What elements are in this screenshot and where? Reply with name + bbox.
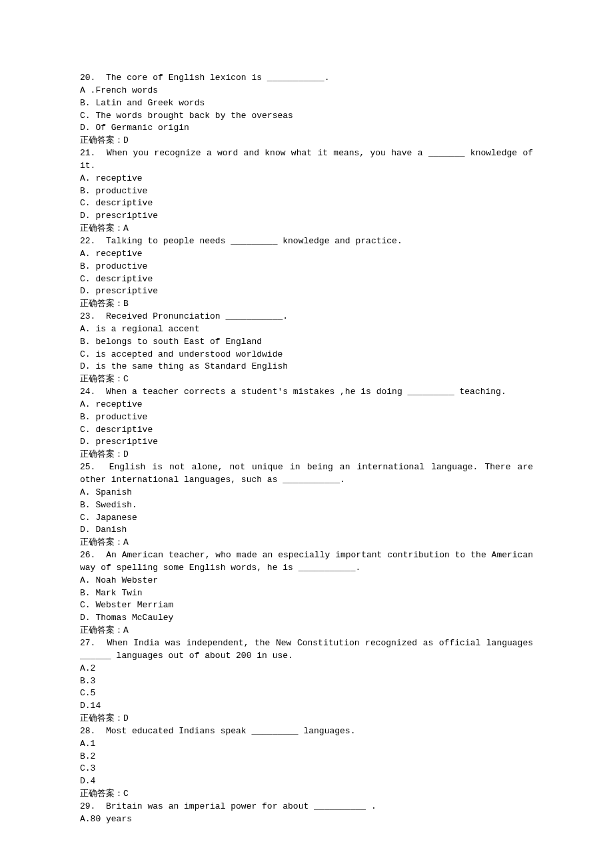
answer-option: D.4 [80, 775, 533, 788]
question-number: 26. [80, 550, 95, 560]
question-body: Most educated Indians speak _________ la… [106, 726, 355, 736]
answer-option: B. Mark Twin [80, 587, 533, 600]
question-block: 26. An American teacher, who made an esp… [80, 549, 533, 637]
question-body: Britain was an imperial power for about … [106, 801, 376, 811]
answer-option: B. productive [80, 185, 533, 198]
answer-option: C. descriptive [80, 273, 533, 286]
answer-option: A. receptive [80, 173, 533, 185]
correct-answer: 正确答案：C [80, 788, 533, 801]
question-body: When a teacher corrects a student's mist… [106, 387, 506, 397]
answer-option: C.3 [80, 763, 533, 775]
question-text: 25. English is not alone, not unique in … [80, 461, 533, 487]
answer-option: D. is the same thing as Standard English [80, 361, 533, 373]
question-block: 25. English is not alone, not unique in … [80, 461, 533, 549]
answer-option: C. is accepted and understood worldwide [80, 349, 533, 361]
question-block: 22. Talking to people needs _________ kn… [80, 235, 533, 311]
answer-option: B. productive [80, 411, 533, 424]
question-block: 28. Most educated Indians speak ________… [80, 725, 533, 801]
question-spacer [95, 462, 109, 472]
question-number: 29. [80, 801, 95, 811]
question-number: 27. [80, 638, 95, 648]
question-spacer [95, 550, 106, 560]
question-spacer [95, 148, 107, 158]
question-number: 20. [80, 73, 95, 83]
question-text: 27. When India was independent, the New … [80, 637, 533, 663]
questions-list: 20. The core of English lexicon is _____… [80, 72, 533, 826]
answer-option: A. Spanish [80, 487, 533, 499]
question-text: 28. Most educated Indians speak ________… [80, 725, 533, 738]
question-block: 27. When India was independent, the New … [80, 637, 533, 725]
answer-option: D.14 [80, 700, 533, 713]
answer-option: B.3 [80, 675, 533, 688]
question-block: 20. The core of English lexicon is _____… [80, 72, 533, 147]
question-text: 22. Talking to people needs _________ kn… [80, 235, 533, 248]
answer-option: B. belongs to south East of England [80, 336, 533, 349]
answer-option: A. receptive [80, 399, 533, 411]
answer-option: A.1 [80, 738, 533, 751]
answer-option: C. The words brought back by the oversea… [80, 110, 533, 123]
question-text: 24. When a teacher corrects a student's … [80, 386, 533, 399]
answer-option: B. Swedish. [80, 499, 533, 512]
question-number: 25. [80, 462, 95, 472]
question-spacer [95, 638, 107, 648]
question-spacer [95, 387, 106, 397]
correct-answer: 正确答案：A [80, 537, 533, 549]
answer-option: C.5 [80, 687, 533, 700]
question-number: 22. [80, 236, 95, 246]
answer-option: A.80 years [80, 813, 533, 826]
question-block: 23. Received Pronunciation ___________.A… [80, 311, 533, 386]
answer-option: C. descriptive [80, 197, 533, 210]
question-spacer [95, 73, 106, 83]
question-block: 24. When a teacher corrects a student's … [80, 386, 533, 461]
question-body: English is not alone, not unique in bein… [80, 462, 538, 485]
question-text: 20. The core of English lexicon is _____… [80, 72, 533, 85]
answer-option: D. Of Germanic origin [80, 122, 533, 135]
question-block: 21. When you recognize a word and know w… [80, 147, 533, 235]
answer-option: B.2 [80, 751, 533, 763]
correct-answer: 正确答案：A [80, 223, 533, 235]
answer-option: A. receptive [80, 248, 533, 261]
answer-option: D. prescriptive [80, 285, 533, 298]
question-body: Received Pronunciation ___________. [106, 311, 288, 321]
question-number: 24. [80, 387, 95, 397]
question-body: An American teacher, who made an especia… [80, 550, 538, 573]
answer-option: A. Noah Webster [80, 575, 533, 587]
answer-option: D. prescriptive [80, 436, 533, 449]
correct-answer: 正确答案：C [80, 373, 533, 386]
question-body: When you recognize a word and know what … [80, 148, 538, 171]
question-text: 26. An American teacher, who made an esp… [80, 549, 533, 575]
question-spacer [95, 801, 106, 811]
question-block: 29. Britain was an imperial power for ab… [80, 801, 533, 826]
answer-option: D. prescriptive [80, 210, 533, 223]
correct-answer: 正确答案：D [80, 135, 533, 147]
question-text: 21. When you recognize a word and know w… [80, 147, 533, 173]
question-body: The core of English lexicon is _________… [106, 73, 329, 83]
question-number: 21. [80, 148, 95, 158]
answer-option: B. Latin and Greek words [80, 97, 533, 110]
question-body: When India was independent, the New Cons… [80, 638, 538, 661]
correct-answer: 正确答案：B [80, 298, 533, 311]
question-spacer [95, 236, 106, 246]
answer-option: B. productive [80, 261, 533, 273]
correct-answer: 正确答案：D [80, 713, 533, 725]
question-text: 29. Britain was an imperial power for ab… [80, 801, 533, 813]
correct-answer: 正确答案：A [80, 625, 533, 637]
question-spacer [95, 311, 106, 321]
answer-option: D. Thomas McCauley [80, 612, 533, 625]
answer-option: D. Danish [80, 524, 533, 537]
question-number: 28. [80, 726, 95, 736]
question-number: 23. [80, 311, 95, 321]
document-page: 20. The core of English lexicon is _____… [0, 0, 613, 868]
answer-option: A. is a regional accent [80, 323, 533, 336]
answer-option: A.2 [80, 663, 533, 675]
answer-option: C. Japanese [80, 512, 533, 525]
question-spacer [95, 726, 106, 736]
question-text: 23. Received Pronunciation ___________. [80, 311, 533, 323]
answer-option: C. Webster Merriam [80, 599, 533, 612]
answer-option: A .French words [80, 85, 533, 97]
question-body: Talking to people needs _________ knowle… [106, 236, 402, 246]
correct-answer: 正确答案：D [80, 449, 533, 461]
answer-option: C. descriptive [80, 424, 533, 437]
